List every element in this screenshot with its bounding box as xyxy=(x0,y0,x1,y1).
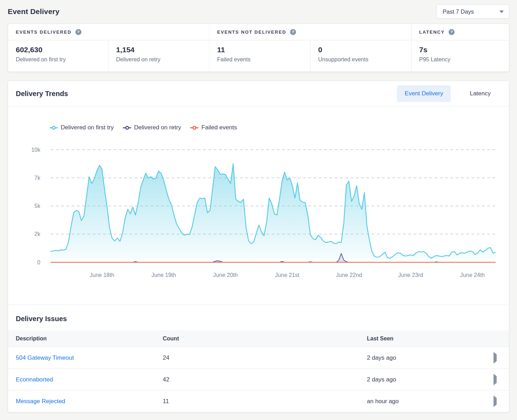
y-axis-tick: 10k xyxy=(31,147,41,153)
stats-group-label: LATENCY xyxy=(419,29,445,35)
y-axis-tick: 0 xyxy=(37,259,40,265)
delivery-trends-card: Delivery Trends Event Delivery Latency D… xyxy=(8,81,509,412)
stat-sublabel: Failed events xyxy=(217,56,310,63)
stat-value: 1,154 xyxy=(116,46,209,54)
stats-group-label: EVENTS NOT DELIVERED xyxy=(217,29,286,35)
stat-value: 7s xyxy=(419,46,509,54)
issue-row[interactable]: Econnaborted 42 2 days ago xyxy=(8,368,509,390)
stat-first-try: 602,630 Delivered on first try xyxy=(8,40,108,72)
x-axis-tick: June 19th xyxy=(152,272,176,278)
stat-failed: 11 Failed events xyxy=(209,40,310,72)
issues-table-header: Description Count Last Seen xyxy=(8,330,509,347)
stats-group-label: EVENTS DELIVERED xyxy=(16,29,72,35)
column-header-description: Description xyxy=(16,336,163,342)
stat-sublabel: P95 Latency xyxy=(419,56,509,63)
issue-description-link[interactable]: 504 Gateway Timeout xyxy=(16,354,163,361)
chevron-right-icon xyxy=(494,374,497,385)
stats-header-row: EVENTS DELIVERED ? EVENTS NOT DELIVERED … xyxy=(8,24,509,40)
stat-value: 11 xyxy=(217,46,310,54)
page-title: Event Delivery xyxy=(8,7,60,16)
x-axis-tick: June 24th xyxy=(460,272,485,278)
trends-title: Delivery Trends xyxy=(16,90,397,98)
chevron-right-icon xyxy=(494,395,497,407)
stat-unsupported: 0 Unsupported events xyxy=(310,40,411,72)
date-range-value: Past 7 Days xyxy=(443,8,474,15)
tab-event-delivery[interactable]: Event Delivery xyxy=(397,85,451,102)
caret-down-icon xyxy=(499,11,504,13)
issue-row[interactable]: 504 Gateway Timeout 24 2 days ago xyxy=(8,347,509,368)
x-axis-tick: June 23rd xyxy=(398,272,423,278)
x-axis-tick: June 22nd xyxy=(336,272,362,278)
issue-last-seen: an hour ago xyxy=(367,398,486,405)
help-icon[interactable]: ? xyxy=(75,29,81,35)
trends-tabs: Event Delivery Latency xyxy=(397,85,501,102)
first-try-area xyxy=(51,164,496,262)
issue-count: 42 xyxy=(163,376,367,383)
y-axis-tick: 5k xyxy=(34,203,41,209)
stats-card: EVENTS DELIVERED ? EVENTS NOT DELIVERED … xyxy=(8,23,509,72)
trends-header: Delivery Trends Event Delivery Latency xyxy=(8,81,509,107)
stat-sublabel: Delivered on first try xyxy=(16,56,108,63)
issue-row[interactable]: Message Rejected 11 an hour ago xyxy=(8,390,509,412)
issue-description-link[interactable]: Message Rejected xyxy=(16,398,163,405)
chevron-right-icon xyxy=(494,352,497,364)
stat-sublabel: Unsupported events xyxy=(318,56,411,63)
help-icon[interactable]: ? xyxy=(449,29,455,35)
chart-region: Delivered on first tryDelivered on retry… xyxy=(8,107,509,305)
stat-value: 602,630 xyxy=(16,46,108,54)
help-icon[interactable]: ? xyxy=(290,29,296,35)
x-axis-tick: June 21st xyxy=(275,272,300,278)
issue-last-seen: 2 days ago xyxy=(367,354,486,361)
issue-last-seen: 2 days ago xyxy=(367,376,486,383)
stat-p95-latency: 7s P95 Latency xyxy=(411,40,509,72)
stat-retry: 1,154 Delivered on retry xyxy=(108,40,209,72)
y-axis-tick: 2k xyxy=(34,231,41,237)
column-header-count: Count xyxy=(163,336,367,342)
issue-count: 11 xyxy=(163,398,367,405)
delivery-trends-chart: 02k5k7k10kJune 18thJune 19thJune 20thJun… xyxy=(8,107,512,305)
x-axis-tick: June 18th xyxy=(90,272,114,278)
x-axis-tick: June 20th xyxy=(213,272,238,278)
stats-group-events-delivered: EVENTS DELIVERED ? xyxy=(8,24,209,40)
date-range-dropdown[interactable]: Past 7 Days xyxy=(436,5,509,19)
column-header-last-seen: Last Seen xyxy=(367,336,486,342)
y-axis-tick: 7k xyxy=(34,175,41,181)
tab-latency[interactable]: Latency xyxy=(460,85,501,102)
stats-group-events-not-delivered: EVENTS NOT DELIVERED ? xyxy=(209,24,411,40)
issue-count: 24 xyxy=(163,354,367,361)
stats-values-row: 602,630 Delivered on first try 1,154 Del… xyxy=(8,40,509,72)
issue-description-link[interactable]: Econnaborted xyxy=(16,376,163,383)
issues-title: Delivery Issues xyxy=(16,315,501,323)
stat-value: 0 xyxy=(318,46,411,54)
delivery-issues-section: Delivery Issues Description Count Last S… xyxy=(8,305,509,412)
stat-sublabel: Delivered on retry xyxy=(116,56,209,63)
event-delivery-page: Event Delivery Past 7 Days EVENTS DELIVE… xyxy=(0,0,517,412)
top-bar: Event Delivery Past 7 Days xyxy=(8,0,509,20)
stats-group-latency: LATENCY ? xyxy=(411,24,509,40)
